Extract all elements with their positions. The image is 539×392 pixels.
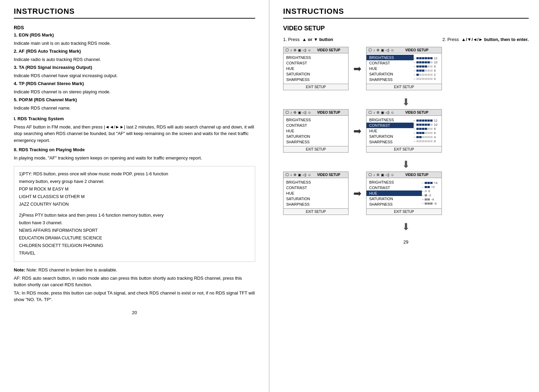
item5-text: Indicate RDS channel name. xyxy=(14,105,255,112)
note-text3: TA: In RDS mode, press this button can o… xyxy=(14,290,255,303)
arrow-right-1: ➡ xyxy=(353,63,361,74)
icon-display-3a: ▣ xyxy=(298,173,301,177)
vs-box-3a-header: 🖵 ♪ ⚙ ▣ ◁) ☺ VIDEO SETUP xyxy=(283,172,348,178)
note-line12: TRAVEL xyxy=(19,250,250,257)
icon-display-1b: ▣ xyxy=(381,48,384,52)
vs-item-brightness-2b: BRIGHTNESS xyxy=(369,117,411,123)
icon-music-2b: ♪ xyxy=(373,111,375,114)
note-box: 1)PTY: RDS button, press once will show … xyxy=(14,166,255,262)
vs-pair-1: 🖵 ♪ ⚙ ▣ ◁) ☺ VIDEO SETUP BRIGHTNESS CONT… xyxy=(283,47,529,90)
vs-item-sharpness-3a: SHARPNESS xyxy=(286,202,345,207)
rhs-bars-2b: – 12 – xyxy=(412,117,439,145)
down-arrow-2: ⬇ xyxy=(283,159,529,170)
icon-vol-2b: ◁) xyxy=(385,111,389,114)
bar-row-6: – 6 xyxy=(414,69,437,72)
vs-box-2a-title: VIDEO SETUP xyxy=(311,111,346,114)
vs-pair-3: 🖵 ♪ ⚙ ▣ ◁) ☺ VIDEO SETUP BRIGHTNESS CONT… xyxy=(283,172,529,215)
vs-box-3b-labels: BRIGHTNESS CONTRAST HUE SATURATION SHARP… xyxy=(369,179,419,207)
vs-box-1a-footer: EXIT SETUP xyxy=(283,84,348,90)
vs-box-3a-title: VIDEO SETUP xyxy=(311,173,346,177)
vs-box-1b-title: VIDEO SETUP xyxy=(394,48,439,52)
bar-seg-8 xyxy=(416,65,433,68)
vs-item-hue-1b: HUE xyxy=(369,66,411,71)
vs-item-sharpness-3b: SHARPNESS xyxy=(369,202,419,207)
icon-vol-3a: ◁) xyxy=(302,173,306,177)
tracking2-title: II. RDS Tracking on Playing Mode xyxy=(14,146,255,153)
bar2-row-12: – 12 xyxy=(414,119,437,122)
icon-music: ♪ xyxy=(290,48,292,52)
item3-text: Indicate RDS channel have signal increas… xyxy=(14,72,255,79)
bar-row-0: – 0 xyxy=(414,77,437,81)
tracking-text: Press AF button in FM mode, and then pre… xyxy=(14,124,255,144)
vs-box-2a-body: BRIGHTNESS CONTRAST HUE SATURATION SHARP… xyxy=(283,116,348,146)
vs-box-2b-labels: BRIGHTNESS CONTRAST HUE SATURATION SHARP… xyxy=(369,117,411,145)
vs-item-sharpness-2b: SHARPNESS xyxy=(369,139,411,145)
rhs-bars-3b: – +4 – xyxy=(421,179,439,207)
icon-display-2a: ▣ xyxy=(298,111,301,114)
icon-vol-2a: ◁) xyxy=(302,111,306,114)
vs-box-1a-header: 🖵 ♪ ⚙ ▣ ◁) ☺ VIDEO SETUP xyxy=(283,47,348,53)
vs-box-1b-body: BRIGHTNESS CONTRAST HUE SATURATION SHARP… xyxy=(366,53,442,84)
vs-item-brightness-1b: BRIGHTNESS xyxy=(366,55,414,60)
left-page-title: INSTRUCTIONS xyxy=(14,7,255,19)
vs-item-saturation-3a: SATURATION xyxy=(286,196,345,202)
down-arrow-1: ⬇ xyxy=(283,96,529,108)
icon-display-3b: ▣ xyxy=(381,173,384,177)
vs-item-saturation-1a: SATURATION xyxy=(286,71,345,77)
note-line7: 2)Press PTY button twice and then press … xyxy=(19,212,250,219)
bar-row-2: – 2 xyxy=(414,73,437,76)
vs-box-1a-body: BRIGHTNESS CONTRAST HUE SATURATION SHARP… xyxy=(283,53,348,84)
press-instructions-row: 1. Press ▲ or ▼ button 2. Press ▲/▼/◄/► … xyxy=(283,37,529,42)
icon-settings-3b: ⚙ xyxy=(376,173,380,177)
vs-item-saturation-2b: SATURATION xyxy=(369,134,411,139)
note-text1: Note: Note: RDS channel in broken line i… xyxy=(14,267,255,274)
vs-item-saturation-3b: SATURATION xyxy=(369,196,419,202)
bar-row-8: – 8 xyxy=(414,65,437,68)
vs-box-3a-footer: EXIT SETUP xyxy=(283,208,348,215)
vs-item-contrast-1b: CONTRAST xyxy=(369,60,411,66)
item4-text: Indicate RDS channel is on stereo playin… xyxy=(14,89,255,95)
right-page-number: 29 xyxy=(283,239,529,245)
icon-vol-3b: ◁) xyxy=(385,173,389,177)
press1-label: 1. Press ▲ or ▼ button xyxy=(283,37,333,42)
item2-text: Indicate radio is auto tracking RDS chan… xyxy=(14,56,255,63)
bar-seg-10 xyxy=(416,61,433,63)
vs-item-contrast-1a: CONTRAST xyxy=(286,60,345,66)
icon-monitor-3a: 🖵 xyxy=(286,173,289,177)
note-line9: NEWS AFFAIRS INFORMATION SPORT xyxy=(19,227,250,234)
note-blank xyxy=(19,208,250,212)
icon-monitor-2b: 🖵 xyxy=(369,111,372,114)
vs-box-3b-footer: EXIT SETUP xyxy=(366,208,442,215)
vs-item-sharpness-1b: SHARPNESS xyxy=(369,77,411,82)
vs-box-2b: 🖵 ♪ ⚙ ▣ ◁) ☺ VIDEO SETUP BRIGHTNESS CONT… xyxy=(366,109,442,153)
icon-vol: ◁) xyxy=(302,48,306,52)
vs-item-brightness-3b: BRIGHTNESS xyxy=(369,179,419,185)
tracking-title: I. RDS Tracking System xyxy=(14,115,255,122)
icon-music-3a: ♪ xyxy=(290,173,292,177)
vs-item-hue-2b: HUE xyxy=(369,128,411,134)
icon-person-1b: ☺ xyxy=(391,48,394,52)
bar-row-10: – 10 xyxy=(414,61,437,64)
vs-box-2a-footer: EXIT SETUP xyxy=(283,146,348,152)
icon-settings-3a: ⚙ xyxy=(293,173,297,177)
icon-person-3a: ☺ xyxy=(308,173,311,177)
vs-item-hue-2a: HUE xyxy=(286,128,345,134)
vs-box-3b: 🖵 ♪ ⚙ ▣ ◁) ☺ VIDEO SETUP BRIGHTNESS CONT… xyxy=(366,172,442,215)
item1-heading: 1. EON (RDS Mark) xyxy=(14,32,255,39)
vs-header-icons-2a: 🖵 ♪ ⚙ ▣ ◁) ☺ xyxy=(286,111,311,114)
icon-vol-1b: ◁) xyxy=(385,48,389,52)
vs-item-hue-1a: HUE xyxy=(286,66,345,71)
note-line10: EDUCATION DRAMA CULTURE SCIENCE xyxy=(19,235,250,241)
note-section: Note: Note: RDS channel in broken line i… xyxy=(14,267,255,303)
vs-item-hue-3a: HUE xyxy=(286,190,345,196)
item4-heading: 4. TP (RDS Channel Stereo Mark) xyxy=(14,80,255,87)
vs-header-icons-3b: 🖵 ♪ ⚙ ▣ ◁) ☺ xyxy=(369,173,394,177)
note-line3: POP M ROCK M EASY M xyxy=(19,186,250,193)
vs-header-icons-1b: 🖵 ♪ ⚙ ▣ ◁) ☺ xyxy=(369,48,394,52)
vs-box-2a: 🖵 ♪ ⚙ ▣ ◁) ☺ VIDEO SETUP BRIGHTNESS CONT… xyxy=(283,109,349,153)
vs-item-brightness-2a: BRIGHTNESS xyxy=(286,117,345,123)
icon-settings-2a: ⚙ xyxy=(293,111,297,114)
arrow-right-2: ➡ xyxy=(353,125,361,137)
icon-settings-2b: ⚙ xyxy=(376,111,380,114)
vs-box-1b: 🖵 ♪ ⚙ ▣ ◁) ☺ VIDEO SETUP BRIGHTNESS CONT… xyxy=(366,47,442,90)
